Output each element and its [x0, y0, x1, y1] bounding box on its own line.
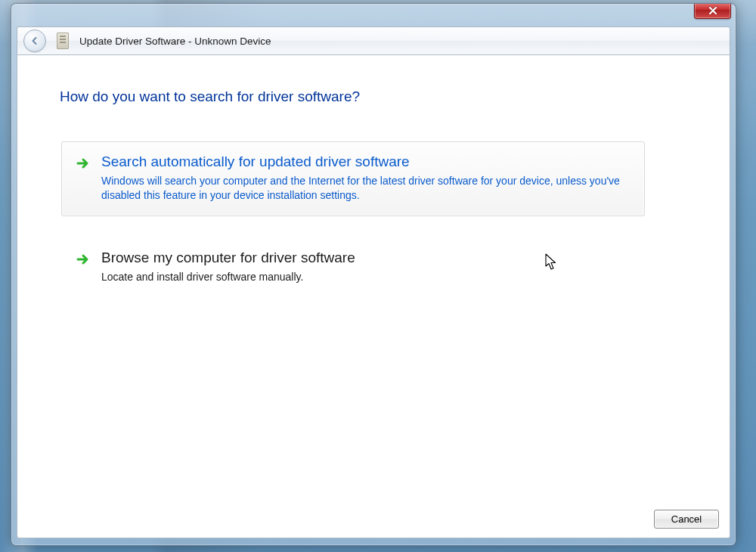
- option-desc: Windows will search your computer and th…: [101, 174, 631, 203]
- device-icon: [57, 33, 69, 49]
- back-arrow-icon: [29, 36, 40, 46]
- option-title: Search automatically for updated driver …: [101, 153, 631, 171]
- wizard-window: Update Driver Software - Unknown Device …: [11, 3, 736, 546]
- window-title: Update Driver Software - Unknown Device: [79, 36, 271, 47]
- close-button[interactable]: [694, 3, 731, 19]
- arrow-right-icon: [76, 156, 91, 171]
- cancel-label: Cancel: [671, 513, 702, 525]
- footer: Cancel: [17, 500, 730, 538]
- option-search-auto[interactable]: Search automatically for updated driver …: [61, 141, 645, 216]
- navbar: Update Driver Software - Unknown Device: [17, 26, 730, 55]
- close-icon: [708, 6, 717, 15]
- option-browse[interactable]: Browse my computer for driver software L…: [61, 237, 645, 297]
- cancel-button[interactable]: Cancel: [654, 510, 719, 529]
- titlebar-caption-buttons: [680, 4, 736, 22]
- option-title: Browse my computer for driver software: [101, 249, 631, 267]
- option-body: Browse my computer for driver software L…: [101, 249, 631, 284]
- option-body: Search automatically for updated driver …: [101, 153, 631, 203]
- arrow-right-icon: [76, 252, 91, 267]
- back-button[interactable]: [23, 29, 46, 52]
- client-area: How do you want to search for driver sof…: [17, 55, 730, 538]
- page-heading: How do you want to search for driver sof…: [60, 88, 687, 105]
- option-desc: Locate and install driver software manua…: [101, 270, 631, 285]
